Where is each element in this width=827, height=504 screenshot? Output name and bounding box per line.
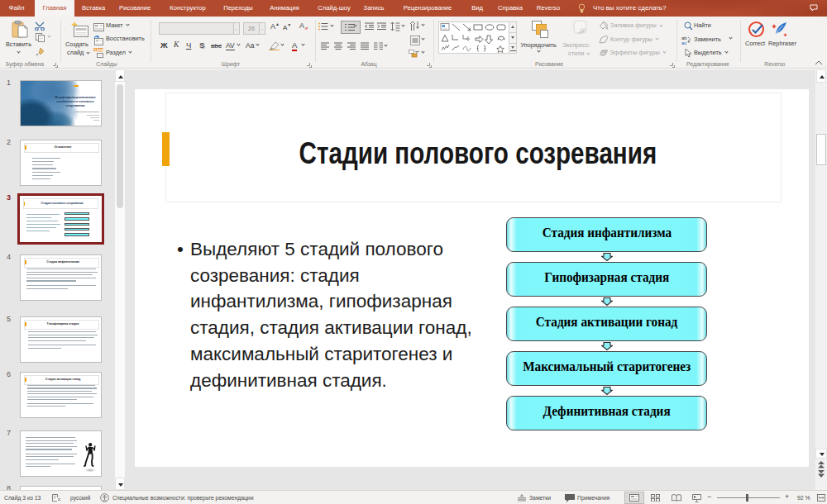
svg-text:ac: ac (681, 40, 686, 45)
